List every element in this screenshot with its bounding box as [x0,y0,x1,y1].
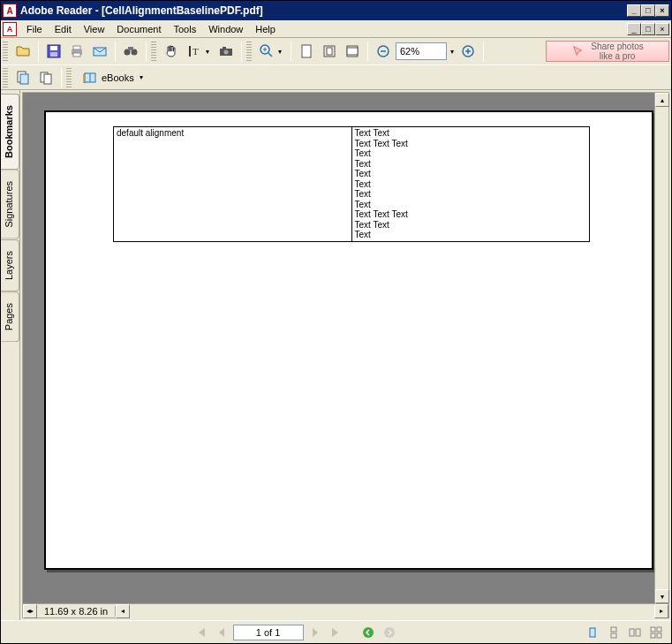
fit-width-icon [344,43,360,59]
review-button[interactable] [12,67,34,88]
fit-page-button[interactable] [319,41,340,62]
toolbar-grip[interactable] [66,68,72,87]
adobe-reader-icon: A [3,4,17,18]
continuous-icon [608,626,620,639]
mdi-restore-button[interactable]: □ [641,23,655,35]
zoom-out-button[interactable] [373,41,394,62]
binoculars-icon [123,43,139,59]
svg-rect-36 [657,627,661,632]
chevron-down-icon: ▾ [276,48,283,56]
tab-pages[interactable]: Pages [1,292,19,342]
fit-width-button[interactable] [342,41,363,62]
open-button[interactable] [12,41,34,62]
ebooks-button[interactable]: eBooks ▾ [76,67,151,88]
mdi-minimize-button[interactable]: _ [627,23,641,35]
table-text-line: Text [355,179,587,190]
table-cell-right: Text TextText Text TextTextTextTextTextT… [351,127,590,242]
scroll-right-button[interactable]: ▸ [654,604,668,618]
table-text-line: Text Text Text [355,139,587,149]
bottom-nav [1,620,671,643]
first-page-button[interactable] [191,624,210,641]
svg-rect-5 [73,53,80,57]
save-button[interactable] [43,41,64,62]
continuous-facing-button[interactable] [646,624,666,641]
scroll-down-button[interactable]: ▾ [655,589,669,603]
close-button[interactable]: × [655,4,669,17]
menu-file[interactable]: File [20,22,49,36]
menu-tools[interactable]: Tools [168,22,203,36]
vertical-scrollbar[interactable]: ▴ ▾ [654,93,668,603]
magnifier-plus-icon [259,43,275,59]
zoom-input[interactable] [396,42,447,60]
tab-signatures[interactable]: Signatures [1,170,19,239]
scroll-left-button[interactable]: ◂ [116,604,130,618]
scroll-track[interactable] [655,107,668,589]
document-viewport[interactable]: default alignment Text TextText Text Tex… [23,93,654,603]
review-tracker-button[interactable] [35,67,57,88]
hand-tool-button[interactable] [161,41,182,62]
select-text-button[interactable]: T ▾ [184,41,214,62]
table-text-line: Text [355,230,587,240]
tab-layers[interactable]: Layers [1,239,19,292]
prev-page-button[interactable] [212,624,231,641]
snapshot-button[interactable] [215,41,237,62]
envelope-icon [92,43,108,59]
titlebar: A Adobe Reader - [CellAlignmentBaselineP… [1,1,671,20]
continuous-facing-icon [650,626,662,639]
toolbar-grip[interactable] [151,42,156,61]
main-area: Bookmarks Signatures Layers Pages defaul… [1,90,671,620]
forward-button[interactable] [380,624,399,641]
prev-page-icon [215,626,228,639]
next-page-icon [309,626,321,639]
svg-text:T: T [193,46,199,57]
single-page-button[interactable] [583,624,602,641]
print-button[interactable] [66,41,87,62]
chevron-down-icon[interactable]: ▾ [449,48,456,56]
toolbar-grip[interactable] [3,42,8,61]
cursor-icon [571,44,585,58]
svg-rect-38 [657,633,661,638]
search-button[interactable] [120,41,141,62]
window-title: Adobe Reader - [CellAlignmentBaselinePDF… [20,4,627,17]
toolbar-grip[interactable] [246,42,252,61]
ebooks-label: eBooks [102,72,134,83]
toolbar-grip[interactable] [3,68,8,87]
last-page-button[interactable] [327,624,346,641]
back-button[interactable] [359,624,378,641]
horizontal-scrollbar[interactable]: ◂▸ 11.69 x 8.26 in ◂ ▸ [23,603,668,617]
camera-icon [218,43,234,59]
forward-arrow-icon [383,626,396,639]
continuous-button[interactable] [604,624,623,641]
svg-rect-14 [223,47,226,49]
table-text-line: Text [355,148,587,159]
svg-point-13 [224,50,229,55]
next-page-button[interactable] [306,624,325,641]
table-text-line: Text Text Text [355,209,587,220]
promo-button[interactable]: Share photos like a pro [546,41,669,62]
svg-rect-30 [590,628,595,637]
mdi-close-button[interactable]: × [655,23,669,35]
menu-edit[interactable]: Edit [49,22,78,36]
menu-document[interactable]: Document [110,22,167,36]
minimize-button[interactable]: _ [627,4,641,17]
menu-window[interactable]: Window [202,22,249,36]
svg-point-28 [363,627,374,638]
zoom-in-button[interactable]: ▾ [256,41,286,62]
facing-button[interactable] [625,624,645,641]
tab-bookmarks[interactable]: Bookmarks [1,94,19,170]
zoom-in-button-2[interactable] [457,41,479,62]
scroll-up-button[interactable]: ▴ [655,93,669,107]
promo-text-2: like a pro [591,51,644,61]
menu-help[interactable]: Help [249,22,282,36]
menu-view[interactable]: View [78,22,111,36]
table-text-line: Text [355,169,587,179]
table-text-line: Text Text [355,128,587,139]
page-input[interactable] [233,625,304,640]
email-button[interactable] [89,41,110,62]
scroll-grip-button[interactable]: ◂▸ [23,604,37,618]
actual-size-button[interactable] [296,41,317,62]
svg-point-29 [384,627,395,638]
svg-rect-35 [651,627,655,632]
scroll-track[interactable] [130,604,654,618]
maximize-button[interactable]: □ [641,4,655,17]
